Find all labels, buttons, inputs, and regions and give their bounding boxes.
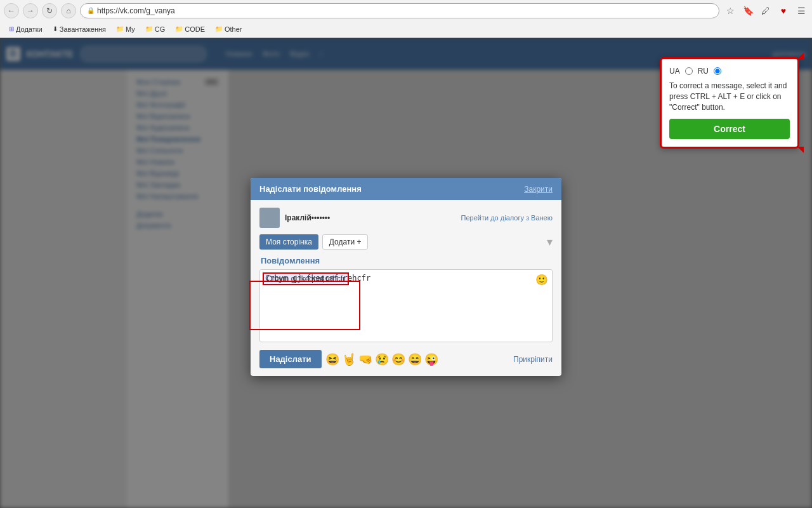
folder-cg-icon: 📁 [145, 25, 153, 32]
extension-popup: UA RU To correct a message, select it an… [660, 57, 799, 149]
vk-message-textarea[interactable] [260, 270, 552, 342]
vk-section-label: Повідомлення [259, 256, 553, 265]
bookmark-other[interactable]: 📁 Other [211, 24, 246, 34]
bookmark-cg[interactable]: 📁 CG [141, 24, 169, 34]
lock-icon: 🔒 [87, 7, 95, 14]
bookmark-download-label: Завантаження [60, 25, 106, 33]
bookmark-my[interactable]: 📁 My [112, 24, 139, 34]
vk-emoji-row: 😆 🤘 🤜 😢 😊 😄 😜 [325, 352, 438, 366]
folder-code-icon: 📁 [175, 25, 183, 32]
vk-dialog-link[interactable]: Перейти до діалогу з Ванею [461, 214, 553, 222]
back-button[interactable]: ← [4, 3, 19, 18]
menu-icon[interactable]: ☰ [794, 4, 808, 18]
heart-icon[interactable]: ♥ [776, 4, 790, 18]
bookmark-my-label: My [126, 25, 135, 33]
star-icon[interactable]: ☆ [723, 4, 737, 18]
vk-send-button[interactable]: Надіслати [259, 350, 322, 368]
bookmark-apps-label: Додатки [16, 25, 43, 33]
page-area: В КОНТАКТЕ Новини Фото Відео › допомога … [0, 38, 812, 508]
lang-ru-label: RU [698, 67, 709, 76]
vk-attach-button[interactable]: Моя сторінка [259, 234, 318, 250]
emoji-sad[interactable]: 😢 [375, 352, 389, 366]
emoji-wink[interactable]: 😜 [424, 352, 438, 366]
bookmarks-bar: ⊞ Додатки ⬇ Завантаження 📁 My 📁 CG 📁 COD… [0, 21, 812, 37]
apps-icon: ⊞ [9, 25, 14, 32]
emoji-laugh[interactable]: 😆 [325, 352, 339, 366]
emoji-fist[interactable]: 🤜 [358, 352, 372, 366]
vk-modal-username: Іраклій••••••• [285, 213, 330, 222]
vk-modal-user-row: Іраклій••••••• Перейти до діалогу з Ване… [259, 208, 553, 228]
vk-modal-footer: Надіслати 😆 🤘 🤜 😢 😊 😄 😜 Прикріпити [259, 350, 553, 368]
vk-dropdown-arrow[interactable]: ▾ [547, 235, 553, 249]
url-text: https://vk.com/g_vanya [97, 6, 175, 15]
vk-modal-body: Іраклій••••••• Перейти до діалогу з Ване… [251, 200, 561, 376]
bookmark-other-label: Other [225, 25, 242, 33]
vk-emoji-button[interactable]: 🙂 [535, 274, 548, 286]
bookmark-download[interactable]: ⬇ Завантаження [49, 24, 110, 34]
lang-ru-radio[interactable] [714, 67, 721, 75]
vk-modal-title: Надіслати повідомлення [259, 184, 362, 194]
bookmark-icon[interactable]: 🔖 [741, 4, 755, 18]
vk-modal-close-button[interactable]: Закрити [524, 185, 553, 194]
vk-message-box: Crbym gj;fkeqcnf rehcfr 🙂 [259, 269, 553, 342]
bookmark-code-label: CODE [185, 25, 205, 33]
lang-ua-radio[interactable] [685, 67, 693, 75]
bookmark-apps[interactable]: ⊞ Додатки [5, 24, 46, 34]
address-bar[interactable]: 🔒 https://vk.com/g_vanya [80, 3, 719, 18]
vk-modal-header: Надіслати повідомлення Закрити [251, 178, 561, 200]
avatar [259, 208, 280, 228]
bookmark-code[interactable]: 📁 CODE [171, 24, 209, 34]
ext-popup-description: To correct a message, select it and pres… [669, 81, 790, 112]
bookmark-cg-label: CG [155, 25, 166, 33]
vk-attach-row: Моя сторінка Додати + ▾ [259, 234, 553, 250]
emoji-rock[interactable]: 🤘 [342, 352, 356, 366]
folder-other-icon: 📁 [215, 25, 223, 32]
browser-toolbar: ← → ↻ ⌂ 🔒 https://vk.com/g_vanya ☆ 🔖 🖊 ♥… [0, 0, 812, 38]
emoji-happy[interactable]: 😄 [408, 352, 422, 366]
download-icon[interactable]: 🖊 [759, 4, 773, 18]
correct-button[interactable]: Correct [669, 119, 790, 139]
refresh-button[interactable]: ↻ [42, 3, 57, 18]
folder-my-icon: 📁 [116, 25, 124, 32]
lang-ua-label: UA [669, 67, 680, 76]
forward-button[interactable]: → [23, 3, 38, 18]
download-bookmark-icon: ⬇ [53, 25, 58, 32]
vk-add-button[interactable]: Додати + [322, 234, 369, 250]
home-button[interactable]: ⌂ [61, 3, 76, 18]
emoji-smile[interactable]: 😊 [391, 352, 405, 366]
vk-modal: Надіслати повідомлення Закрити Іраклій••… [251, 178, 561, 376]
vk-attach-pin-label[interactable]: Прикріпити [513, 355, 553, 364]
ext-popup-lang-row: UA RU [669, 67, 790, 76]
